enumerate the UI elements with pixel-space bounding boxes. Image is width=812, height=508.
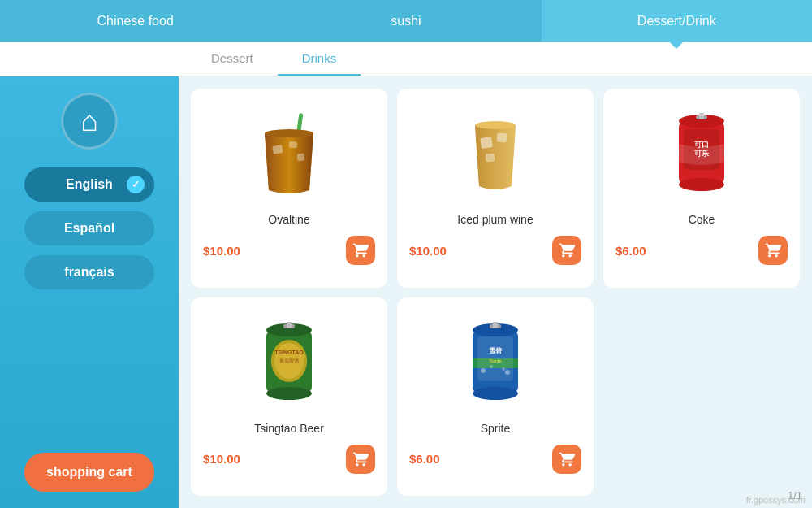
product-footer-coke: $6.00 bbox=[615, 236, 788, 265]
product-name-coke: Coke bbox=[689, 213, 715, 226]
svg-rect-8 bbox=[486, 154, 495, 163]
tab-sushi[interactable]: sushi bbox=[270, 0, 541, 42]
svg-rect-7 bbox=[496, 132, 507, 142]
main-layout: ⌂ English ✓ Español français shopping ca… bbox=[0, 76, 812, 508]
product-footer-tsingtao: $10.00 bbox=[203, 445, 375, 474]
svg-rect-6 bbox=[480, 137, 493, 149]
svg-text:可口: 可口 bbox=[694, 141, 709, 149]
product-price-iced-plum-wine: $10.00 bbox=[409, 244, 447, 258]
product-image-sprite: 雪碧 Sprite bbox=[409, 310, 581, 415]
product-name-sprite: Sprite bbox=[481, 422, 511, 435]
sidebar: ⌂ English ✓ Español français shopping ca… bbox=[0, 76, 179, 508]
product-card-tsingtao[interactable]: TSINGTAO 青岛啤酒 Tsingtao Beer $10.00 bbox=[191, 297, 387, 497]
product-footer-sprite: $6.00 bbox=[409, 445, 581, 474]
svg-point-34 bbox=[490, 365, 493, 368]
language-francais[interactable]: français bbox=[24, 255, 154, 289]
product-name-iced-plum-wine: Iced plum wine bbox=[457, 213, 533, 226]
product-card-iced-plum-wine[interactable]: Iced plum wine $10.00 bbox=[397, 89, 594, 288]
product-image-coke: 可口 可乐 bbox=[615, 101, 788, 206]
watermark: fr.gpossys.com bbox=[746, 495, 806, 505]
svg-point-5 bbox=[475, 121, 516, 129]
add-to-cart-coke[interactable] bbox=[758, 236, 788, 265]
language-english[interactable]: English ✓ bbox=[24, 167, 154, 202]
tab-chinese-food[interactable]: Chinese food bbox=[0, 0, 270, 42]
svg-rect-2 bbox=[289, 141, 298, 149]
svg-point-19 bbox=[266, 387, 312, 400]
product-card-sprite[interactable]: 雪碧 Sprite Sprite $6.00 bbox=[397, 297, 594, 497]
svg-text:雪碧: 雪碧 bbox=[489, 347, 502, 354]
svg-point-11 bbox=[679, 178, 724, 191]
svg-rect-38 bbox=[493, 322, 498, 328]
sub-tab-dessert[interactable]: Dessert bbox=[187, 42, 278, 76]
product-image-ovaltine bbox=[203, 101, 375, 206]
product-card-ovaltine[interactable]: Ovaltine $10.00 bbox=[191, 89, 387, 288]
product-price-coke: $6.00 bbox=[615, 244, 646, 258]
svg-text:Sprite: Sprite bbox=[489, 358, 502, 363]
product-grid: Ovaltine $10.00 bbox=[179, 76, 812, 508]
svg-text:可乐: 可乐 bbox=[694, 150, 709, 158]
shopping-cart-button[interactable]: shopping cart bbox=[24, 453, 154, 492]
svg-rect-1 bbox=[272, 145, 283, 154]
svg-point-33 bbox=[481, 368, 486, 373]
product-image-tsingtao: TSINGTAO 青岛啤酒 bbox=[203, 310, 375, 415]
product-image-iced-plum-wine bbox=[409, 101, 581, 206]
svg-rect-25 bbox=[287, 322, 292, 328]
checkmark-icon: ✓ bbox=[127, 176, 145, 193]
product-footer-ovaltine: $10.00 bbox=[203, 236, 375, 265]
add-to-cart-iced-plum-wine[interactable] bbox=[552, 236, 581, 265]
language-espanol[interactable]: Español bbox=[24, 211, 154, 245]
product-price-sprite: $6.00 bbox=[409, 452, 440, 466]
add-to-cart-sprite[interactable] bbox=[552, 445, 581, 474]
svg-point-36 bbox=[502, 367, 505, 371]
product-footer-iced-plum-wine: $10.00 bbox=[409, 236, 581, 265]
product-price-ovaltine: $10.00 bbox=[203, 244, 240, 258]
svg-point-4 bbox=[265, 129, 313, 137]
top-navigation: Chinese food sushi Dessert/Drink bbox=[0, 0, 812, 42]
svg-text:TSINGTAO: TSINGTAO bbox=[274, 350, 304, 355]
tab-dessert-drink[interactable]: Dessert/Drink bbox=[542, 0, 812, 42]
product-name-tsingtao: Tsingtao Beer bbox=[254, 422, 324, 435]
add-to-cart-ovaltine[interactable] bbox=[346, 236, 375, 265]
svg-text:青岛啤酒: 青岛啤酒 bbox=[279, 358, 299, 363]
svg-rect-3 bbox=[297, 154, 305, 162]
svg-point-28 bbox=[473, 387, 518, 400]
home-icon: ⌂ bbox=[80, 104, 98, 138]
product-card-coke[interactable]: 可口 可乐 Coke $6.00 bbox=[603, 89, 800, 288]
svg-rect-16 bbox=[699, 113, 704, 119]
home-button[interactable]: ⌂ bbox=[61, 93, 118, 150]
sub-tab-drinks[interactable]: Drinks bbox=[278, 42, 361, 76]
add-to-cart-tsingtao[interactable] bbox=[346, 445, 375, 474]
product-price-tsingtao: $10.00 bbox=[203, 452, 240, 466]
product-name-ovaltine: Ovaltine bbox=[268, 213, 309, 226]
svg-point-35 bbox=[505, 370, 510, 375]
sub-navigation: Dessert Drinks bbox=[0, 42, 812, 76]
